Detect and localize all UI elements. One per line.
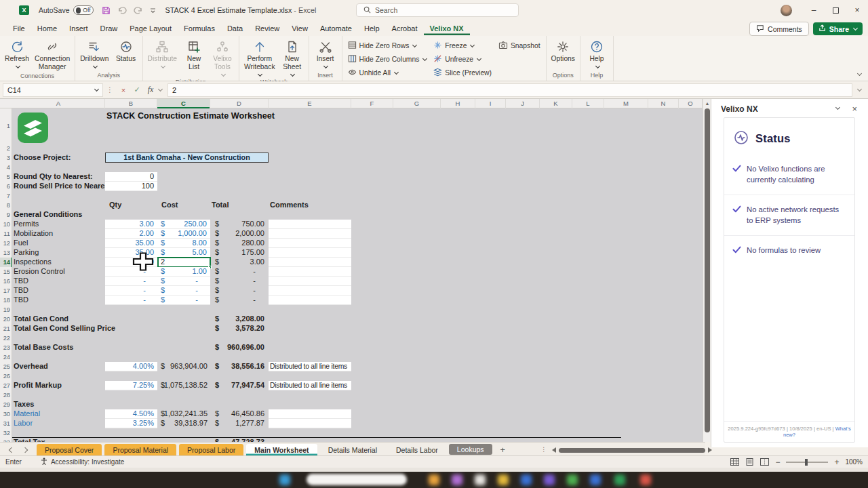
next-sheet-icon[interactable]	[22, 447, 28, 453]
row-header-25[interactable]: 25	[0, 362, 12, 371]
row-header-27[interactable]: 27	[0, 381, 12, 390]
row-header-21[interactable]: 21	[0, 324, 12, 333]
ribbon-button-unfreeze[interactable]: Unfreeze	[431, 53, 494, 66]
row-header-18[interactable]: 18	[0, 296, 12, 305]
summary-total-cell[interactable]: $960,696.00	[210, 343, 269, 352]
item-qty-cell[interactable]: 2.00	[105, 229, 157, 239]
row-header-17[interactable]: 17	[0, 286, 12, 296]
row-header-11[interactable]: 11	[0, 229, 12, 239]
cancel-entry-icon[interactable]: ×	[117, 86, 130, 94]
row-header-24[interactable]: 24	[0, 352, 12, 362]
input-cell[interactable]: 100	[105, 182, 157, 191]
item-total-cell[interactable]: $2,000.00	[210, 229, 269, 239]
name-box[interactable]: C14	[3, 83, 103, 97]
row-header-3[interactable]: 3	[0, 153, 12, 163]
base-cell[interactable]: $963,904.00	[157, 362, 210, 371]
summary-total-cell[interactable]: $77,947.54	[210, 381, 269, 390]
pct-cell[interactable]: 3.25%	[105, 419, 157, 428]
item-total-cell[interactable]: $-	[210, 296, 269, 305]
customize-qat-icon[interactable]	[150, 7, 156, 14]
taskbar-app-icon[interactable]	[590, 474, 601, 485]
scroll-right-icon[interactable]	[708, 447, 712, 453]
ribbon-tab-formulas[interactable]: Formulas	[178, 22, 221, 35]
column-header-I[interactable]: I	[475, 99, 506, 108]
vertical-scrollbar[interactable]: ▲	[703, 99, 711, 442]
row-header-9[interactable]: 9	[0, 210, 12, 220]
item-comment-cell[interactable]	[269, 267, 351, 277]
restore-button[interactable]	[825, 0, 846, 20]
distribution-comment-cell[interactable]: Distributed to all line items	[269, 362, 351, 371]
share-button[interactable]: Share	[813, 22, 863, 35]
row-header-10[interactable]: 10	[0, 220, 12, 229]
accessibility-status[interactable]: Accessibility: Investigate	[41, 458, 124, 466]
formulabar-expand-icon[interactable]	[857, 87, 862, 92]
item-total-cell[interactable]: $-	[210, 267, 269, 277]
item-qty-cell[interactable]: -	[105, 277, 157, 286]
row-header-4[interactable]: 4	[0, 163, 12, 172]
item-comment-cell[interactable]	[269, 277, 351, 286]
column-header-J[interactable]: J	[506, 99, 540, 108]
column-header-K[interactable]: K	[540, 99, 572, 108]
item-total-cell[interactable]: $-	[210, 277, 269, 286]
ribbon-button-options[interactable]: Options	[549, 38, 578, 63]
item-qty-cell[interactable]: 35.00	[105, 239, 157, 248]
page-layout-view-icon[interactable]	[745, 458, 754, 466]
distribution-comment-cell[interactable]: Distributed to all line items	[269, 381, 351, 390]
normal-view-icon[interactable]	[730, 458, 739, 466]
item-comment-cell[interactable]	[269, 248, 351, 258]
ribbon-tab-view[interactable]: View	[285, 22, 314, 35]
column-header-O[interactable]: O	[679, 99, 703, 108]
item-comment-cell[interactable]	[269, 258, 351, 267]
taskbar-app-icon[interactable]	[640, 474, 651, 485]
page-break-view-icon[interactable]	[760, 458, 769, 466]
item-total-cell[interactable]: $280.00	[210, 239, 269, 248]
item-qty-cell[interactable]: -	[105, 286, 157, 296]
row-header-19[interactable]: 19	[0, 305, 12, 314]
insert-function-icon[interactable]: fx	[144, 85, 157, 95]
pct-cell[interactable]: 7.25%	[105, 381, 157, 390]
row-header-28[interactable]: 28	[0, 390, 12, 400]
row-header-16[interactable]: 16	[0, 277, 12, 286]
row-header-26[interactable]: 26	[0, 371, 12, 381]
input-cell[interactable]: 0	[105, 172, 157, 182]
comment-cell[interactable]	[269, 419, 351, 428]
column-header-D[interactable]: D	[210, 99, 269, 108]
horizontal-scrollbar[interactable]	[552, 447, 712, 453]
column-header-L[interactable]: L	[572, 99, 604, 108]
row-header-32[interactable]: 32	[0, 428, 12, 438]
ribbon-button-drilldown[interactable]: Drilldown	[78, 38, 111, 69]
taskbar-app-icon[interactable]	[475, 474, 486, 485]
ribbon-button-freeze[interactable]: Freeze	[431, 39, 494, 52]
confirm-entry-icon[interactable]: ✓	[130, 85, 144, 94]
item-comment-cell[interactable]	[269, 239, 351, 248]
pane-chevron-icon[interactable]	[835, 104, 840, 112]
comment-cell[interactable]	[269, 409, 351, 419]
summary-total-cell[interactable]: $3,578.20	[210, 324, 269, 333]
column-header-G[interactable]: G	[393, 99, 441, 108]
column-header-A[interactable]: A	[12, 99, 105, 108]
item-comment-cell[interactable]	[269, 286, 351, 296]
sheet-tab-details-labor[interactable]: Details Labor	[388, 444, 446, 455]
row-header-31[interactable]: 31	[0, 419, 12, 428]
column-header-E[interactable]: E	[269, 99, 351, 108]
comments-button[interactable]: Comments	[749, 22, 809, 36]
ribbon-button-new-list[interactable]: New List	[180, 38, 208, 71]
item-comment-cell[interactable]	[269, 229, 351, 239]
row-header-20[interactable]: 20	[0, 314, 12, 324]
row-header-7[interactable]: 7	[0, 191, 12, 201]
ribbon-button-unhide-all[interactable]: Unhide All	[345, 66, 430, 79]
column-header-F[interactable]: F	[351, 99, 393, 108]
sheet-tab-proposal-labor[interactable]: Proposal Labor	[179, 444, 243, 455]
sheet-tab-details-material[interactable]: Details Material	[320, 444, 385, 455]
sheet-tab-main-worksheet[interactable]: Main Worksheet	[246, 444, 317, 455]
row-header-13[interactable]: 13	[0, 248, 12, 258]
taskbar-app-icon[interactable]	[567, 474, 578, 485]
taskbar-app-icon[interactable]	[429, 474, 439, 485]
column-header-M[interactable]: M	[604, 99, 648, 108]
undo-icon[interactable]	[117, 6, 127, 14]
new-sheet-button[interactable]: +	[495, 444, 511, 455]
column-header-C[interactable]: C	[157, 99, 210, 108]
scroll-left-icon[interactable]	[552, 447, 556, 453]
taskbar-app-icon[interactable]	[614, 474, 625, 485]
item-name-cell[interactable]: Erosion Control	[14, 267, 106, 277]
